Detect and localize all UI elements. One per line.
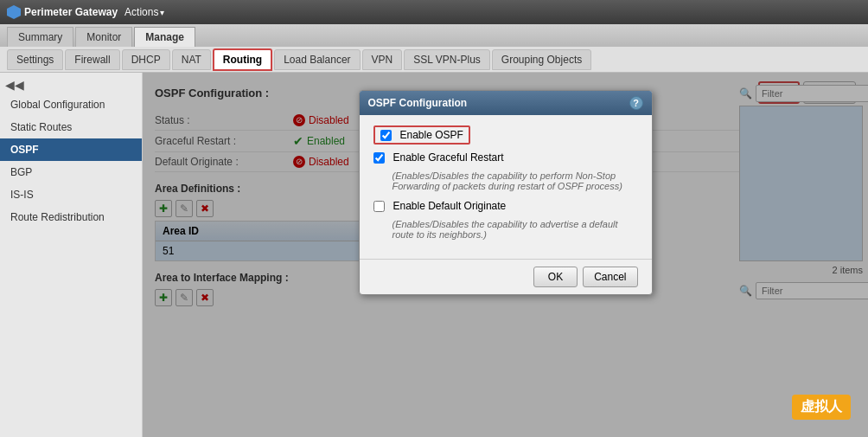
main-content: OSPF Configuration : Edit Delete Status … xyxy=(143,73,868,437)
shield-icon xyxy=(7,5,21,19)
dialog-help-btn[interactable]: ? xyxy=(629,96,643,110)
tab-firewall[interactable]: Firewall xyxy=(65,49,119,70)
sidebar-item-route-redistribution[interactable]: Route Redistribution xyxy=(0,206,142,228)
tab-dhcp[interactable]: DHCP xyxy=(122,49,170,70)
sidebar-item-is-is[interactable]: IS-IS xyxy=(0,183,142,206)
dialog-footer: OK Cancel xyxy=(360,259,652,294)
tab-manage[interactable]: Manage xyxy=(134,27,195,47)
tab-nat[interactable]: NAT xyxy=(172,49,211,70)
actions-menu[interactable]: Actions xyxy=(124,6,164,18)
content-area: ◀◀ Global Configuration Static Routes OS… xyxy=(0,73,868,437)
dialog-header: OSPF Configuration ? xyxy=(360,91,652,115)
enable-ospf-label: Enable OSPF xyxy=(400,129,463,141)
sidebar-item-global-configuration[interactable]: Global Configuration xyxy=(0,93,142,116)
top-bar: Perimeter Gateway Actions xyxy=(0,0,868,24)
enable-graceful-restart-row: Enable Graceful Restart xyxy=(373,151,638,164)
tab-monitor[interactable]: Monitor xyxy=(75,27,132,47)
tab-settings[interactable]: Settings xyxy=(7,49,63,70)
enable-default-originate-label: Enable Default Originate xyxy=(393,200,507,212)
tab-grouping-objects[interactable]: Grouping Objects xyxy=(492,49,591,70)
tab-routing[interactable]: Routing xyxy=(213,48,272,71)
tab-summary[interactable]: Summary xyxy=(7,27,73,47)
ok-button[interactable]: OK xyxy=(533,267,578,287)
app-logo: Perimeter Gateway xyxy=(7,5,118,19)
sidebar-item-bgp[interactable]: BGP xyxy=(0,161,142,183)
enable-ospf-row: Enable OSPF xyxy=(373,125,470,145)
main-tabs: Summary Monitor Manage xyxy=(0,24,868,47)
app-title: Perimeter Gateway xyxy=(24,6,118,18)
enable-ospf-checkbox[interactable] xyxy=(380,130,392,141)
enable-graceful-restart-label: Enable Graceful Restart xyxy=(393,151,504,164)
enable-graceful-restart-checkbox[interactable] xyxy=(373,152,385,164)
enable-default-originate-checkbox[interactable] xyxy=(373,201,385,212)
default-originate-hint: (Enables/Disables the capability to adve… xyxy=(393,219,638,240)
sidebar-item-static-routes[interactable]: Static Routes xyxy=(0,116,142,138)
sidebar-collapse-btn[interactable]: ◀◀ xyxy=(0,76,142,93)
sidebar: ◀◀ Global Configuration Static Routes OS… xyxy=(0,73,143,437)
dialog-body: Enable OSPF Enable Graceful Restart (Ena… xyxy=(360,115,652,259)
sidebar-item-ospf[interactable]: OSPF xyxy=(0,138,142,161)
enable-default-originate-row: Enable Default Originate xyxy=(373,200,638,212)
tab-load-balancer[interactable]: Load Balancer xyxy=(274,49,360,70)
ospf-config-dialog: OSPF Configuration ? Enable OSPF Enable … xyxy=(359,90,653,295)
dialog-title: OSPF Configuration xyxy=(368,97,468,109)
tab-ssl-vpn-plus[interactable]: SSL VPN-Plus xyxy=(404,49,490,70)
watermark: 虚拟人 xyxy=(792,395,851,420)
tab-vpn[interactable]: VPN xyxy=(362,49,403,70)
cancel-button[interactable]: Cancel xyxy=(583,267,637,287)
dialog-overlay: OSPF Configuration ? Enable OSPF Enable … xyxy=(143,73,868,437)
secondary-tabs: Settings Firewall DHCP NAT Routing Load … xyxy=(0,47,868,73)
graceful-hint: (Enables/Disables the capability to perf… xyxy=(393,170,638,191)
